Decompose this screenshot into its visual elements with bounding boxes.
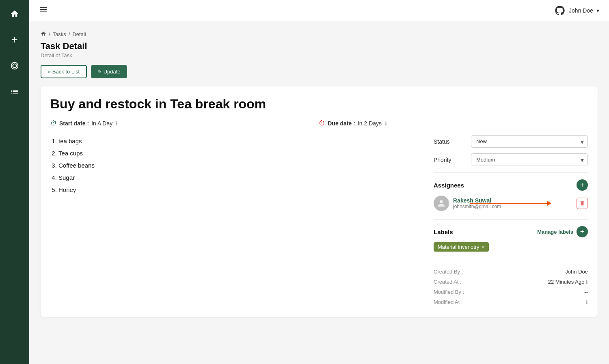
date-row: ⏱ Start date : In A Day ℹ ⏱ Due date : I… <box>50 120 588 127</box>
assignee-avatar <box>434 196 449 211</box>
created-at-value: 22 Minutes Ago ℹ <box>501 277 588 287</box>
labels-title: Labels <box>434 228 453 235</box>
update-button[interactable]: ✎ Update <box>91 65 127 78</box>
status-row: Status New In Progress Done <box>434 135 588 148</box>
created-at-label: Created At : <box>434 277 501 287</box>
task-list-item: Honey <box>58 184 424 196</box>
add-assignee-button[interactable]: + <box>577 179 588 191</box>
modified-by-value: -- <box>501 287 588 297</box>
breadcrumb-sep2: / <box>69 31 70 37</box>
topbar: John Doe ▾ <box>29 0 609 21</box>
created-at-row: Created At : 22 Minutes Ago ℹ <box>434 277 588 287</box>
start-date-value: In A Day <box>91 120 112 127</box>
add-label-button[interactable]: + <box>577 226 588 237</box>
task-right-panel: Status New In Progress Done Priority <box>434 135 588 307</box>
user-name: John Doe <box>569 7 593 14</box>
priority-row: Priority Low Medium High <box>434 153 588 166</box>
priority-label: Priority <box>434 157 466 163</box>
modified-at-value: ℹ <box>501 297 588 307</box>
task-items-list: tea bagsTea cupsCoffee beansSugarHoney <box>50 135 424 196</box>
home-icon[interactable] <box>7 6 22 21</box>
status-select[interactable]: New In Progress Done <box>471 135 588 148</box>
due-date-value: In 2 Days <box>358 120 382 127</box>
task-title: Buy and restock in Tea break room <box>50 96 588 112</box>
start-date-label: Start date : <box>59 120 89 127</box>
task-list-item: Tea cups <box>58 147 424 159</box>
arrow-annotation <box>470 201 551 206</box>
task-list-item: tea bags <box>58 135 424 147</box>
task-body: tea bagsTea cupsCoffee beansSugarHoney S… <box>50 135 588 307</box>
status-select-wrapper: New In Progress Done <box>471 135 588 148</box>
start-date-item: ⏱ Start date : In A Day ℹ <box>50 120 118 127</box>
created-by-row: Created By : John Doe <box>434 267 588 277</box>
labels-header: Labels Manage labels + <box>434 226 588 237</box>
breadcrumb-tasks[interactable]: Tasks <box>53 31 66 37</box>
breadcrumb-detail: Detail <box>72 31 86 37</box>
metadata-table: Created By : John Doe Created At : 22 Mi… <box>434 267 588 307</box>
user-menu[interactable]: John Doe ▾ <box>554 5 599 16</box>
label-tag-material: Material invenotry × <box>434 242 489 252</box>
tasks-icon[interactable] <box>7 84 22 99</box>
arrow-line <box>470 203 547 204</box>
assignees-section: Assignees + Rakesh Suwal johnsmith@gmail… <box>434 179 588 211</box>
modified-at-info-icon[interactable]: ℹ <box>586 299 588 305</box>
main-area: John Doe ▾ / Tasks / Detail Task Detail … <box>29 0 609 364</box>
remove-assignee-button[interactable] <box>577 198 588 209</box>
breadcrumb-home-icon[interactable] <box>41 31 46 38</box>
action-buttons: « Back to List ✎ Update <box>41 65 598 78</box>
start-date-info-icon[interactable]: ℹ <box>116 121 118 127</box>
user-chevron: ▾ <box>596 7 599 14</box>
label-tag-remove-button[interactable]: × <box>482 244 485 250</box>
labels-section: Labels Manage labels + Material invenotr… <box>434 226 588 252</box>
task-card: Buy and restock in Tea break room ⏱ Star… <box>41 86 598 317</box>
modified-by-label: Modified By : <box>434 287 501 297</box>
assignees-title: Assignees <box>434 182 464 189</box>
status-label: Status <box>434 138 466 145</box>
modified-by-row: Modified By : -- <box>434 287 588 297</box>
arrow-head <box>547 201 551 206</box>
sidebar <box>0 0 29 364</box>
start-date-icon: ⏱ <box>50 120 57 127</box>
priority-select[interactable]: Low Medium High <box>471 153 588 166</box>
add-icon[interactable] <box>7 32 22 47</box>
label-tag-text: Material invenotry <box>438 244 479 250</box>
assignee-row: Rakesh Suwal johnsmith@gmail.com <box>434 196 588 211</box>
hamburger-icon[interactable] <box>39 5 48 16</box>
assignees-header: Assignees + <box>434 179 588 191</box>
task-list-item: Coffee beans <box>58 159 424 172</box>
back-to-list-button[interactable]: « Back to List <box>41 65 87 78</box>
due-date-icon: ⏱ <box>319 120 325 127</box>
topbar-left <box>39 5 48 16</box>
created-by-label: Created By : <box>434 267 501 277</box>
content-area: / Tasks / Detail Task Detail Detail of T… <box>29 21 609 364</box>
task-left: tea bagsTea cupsCoffee beansSugarHoney <box>50 135 424 307</box>
created-by-value: John Doe <box>501 267 588 277</box>
due-date-label: Due date : <box>328 120 355 127</box>
task-list-item: Sugar <box>58 172 424 184</box>
breadcrumb: / Tasks / Detail <box>41 31 598 38</box>
page-subtitle: Detail of Task <box>41 52 598 58</box>
created-at-info-icon[interactable]: ℹ <box>586 279 588 285</box>
due-date-info-icon[interactable]: ℹ <box>385 121 387 127</box>
page-title: Task Detail <box>41 41 598 52</box>
priority-select-wrapper: Low Medium High <box>471 153 588 166</box>
dashboard-icon[interactable] <box>7 58 22 73</box>
labels-list: Material invenotry × <box>434 242 588 252</box>
manage-labels-button[interactable]: Manage labels <box>537 229 573 235</box>
due-date-item: ⏱ Due date : In 2 Days ℹ <box>319 120 387 127</box>
modified-at-row: Modified At : ℹ <box>434 297 588 307</box>
breadcrumb-sep1: / <box>49 31 50 37</box>
modified-at-label: Modified At : <box>434 297 501 307</box>
